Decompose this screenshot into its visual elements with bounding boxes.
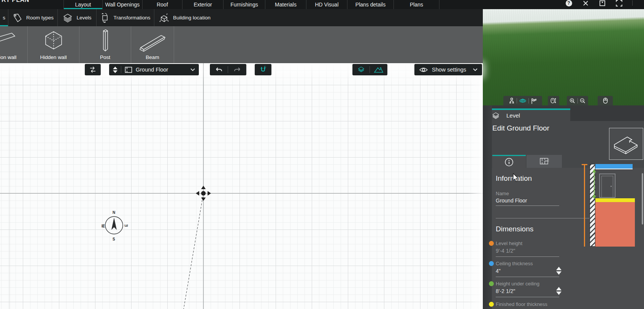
floor-structure-band: [595, 202, 635, 247]
tab-wall-openings[interactable]: Wall Openings: [103, 0, 143, 9]
name-input[interactable]: Ground Floor: [496, 198, 527, 204]
mouse-icon: [603, 97, 608, 104]
compass-s: S: [113, 237, 115, 241]
level-height-indicator-line: [584, 164, 585, 247]
floor-slab-icon: [612, 132, 640, 155]
magnet-snap-button[interactable]: [255, 64, 271, 75]
compass-n: N: [113, 210, 115, 215]
tool-partition-wall[interactable]: Partition wall: [0, 26, 28, 63]
canvas-overlay: N W E S: [0, 63, 483, 309]
height-under-ceiling-label: Height under ceiling: [496, 281, 539, 287]
tab-exterior[interactable]: Exterior: [182, 0, 224, 9]
panel-scrollbar[interactable]: [642, 173, 643, 225]
panel-title: Edit Ground Floor: [492, 124, 549, 132]
compass-w: W: [101, 224, 105, 228]
compass-e: E: [124, 224, 128, 227]
level-tab-icon: [491, 111, 500, 120]
roof-view-button[interactable]: [370, 66, 387, 73]
tab-materials[interactable]: Materials: [265, 0, 306, 9]
chevron-down-icon: [190, 68, 195, 71]
level-selector-value: Ground Floor: [136, 67, 168, 73]
levels-view-button[interactable]: [352, 66, 370, 73]
origin-marker[interactable]: [196, 186, 211, 201]
compass: N W E S: [101, 210, 128, 241]
tag-icon: [12, 13, 23, 23]
show-settings-button[interactable]: Show settings: [414, 64, 482, 75]
north-direction-dashed-line: [184, 193, 203, 309]
redo-button[interactable]: [228, 67, 246, 73]
level-thumbnail[interactable]: [609, 128, 643, 160]
tab-roof[interactable]: Roof: [143, 0, 182, 9]
tool-post[interactable]: Post: [79, 26, 131, 63]
level-properties-panel: Level Edit Ground Floor Information Name…: [483, 105, 644, 309]
floorplan-canvas[interactable]: N W E S: [0, 63, 483, 309]
level-height-bullet: [489, 241, 494, 246]
level-height-label: Level height: [496, 241, 522, 246]
zoom-out-icon[interactable]: [580, 98, 585, 104]
height-under-ceiling-arrow: [594, 170, 595, 198]
undo-button[interactable]: [210, 67, 228, 73]
layout-ribbon: s Room types Levels Transformations Buil…: [0, 9, 483, 26]
level-panel-tab[interactable]: Level: [487, 108, 570, 121]
level-selector[interactable]: Ground Floor: [109, 64, 199, 75]
transform-icon: [100, 13, 110, 23]
beam-icon: [138, 32, 167, 52]
ceiling-thickness-label: Ceiling thickness: [496, 261, 533, 266]
ceiling-band: [595, 164, 633, 169]
ceiling-thickness-bullet: [489, 261, 494, 266]
panel-tab-information[interactable]: [492, 155, 526, 168]
zoom-group: [567, 96, 588, 105]
tab-plans-details[interactable]: Plans details: [347, 0, 394, 9]
wall-panel-icon: [0, 31, 17, 52]
magnet-icon: [259, 66, 267, 73]
ceiling-thickness-input[interactable]: 4": [496, 268, 501, 274]
zoom-in-icon[interactable]: [569, 98, 575, 104]
compass-needle: [111, 218, 117, 230]
height-under-ceiling-bullet: [489, 281, 494, 286]
tab-furnishings[interactable]: Furnishings: [224, 0, 265, 9]
orbit-view-icon[interactable]: [519, 98, 526, 104]
level-tab-label: Level: [506, 112, 520, 119]
tab-layout[interactable]: Layout: [63, 0, 103, 9]
person-view-icon[interactable]: [509, 97, 514, 104]
level-section-diagram: [581, 164, 635, 247]
fullscreen-icon[interactable]: [615, 0, 622, 6]
main-tab-bar: Layout Wall Openings Roof Exterior Furni…: [63, 0, 439, 9]
mouse-scroll-icon: [550, 97, 557, 104]
tool-beam[interactable]: Beam: [131, 26, 174, 63]
name-input-underline: [496, 205, 559, 206]
swap-view-button[interactable]: [85, 64, 101, 75]
wall-tools-strip: Partition wall Hidden wall Post Beam: [0, 26, 483, 63]
ceiling-thickness-stepper[interactable]: [556, 267, 562, 275]
export-icon[interactable]: [599, 0, 606, 6]
ribbon-partial-label: s: [3, 15, 5, 21]
level-spinner[interactable]: [113, 67, 117, 73]
tool-hidden-wall[interactable]: Hidden wall: [28, 26, 79, 63]
close-icon[interactable]: [582, 0, 589, 6]
finished-floor-label: Finished floor thickness: [496, 301, 547, 307]
panel-tab-structure[interactable]: [527, 155, 562, 168]
finished-floor-band: [595, 198, 635, 202]
camera-mode-group: [503, 96, 542, 105]
building-location-icon: [158, 13, 170, 23]
ribbon-item-building-location[interactable]: Building location: [154, 9, 214, 26]
panel-left-shadow: [483, 105, 492, 309]
eye-icon: [419, 67, 428, 73]
tab-hd-visual[interactable]: HD Visual: [306, 0, 347, 9]
elevation-view-icon[interactable]: [531, 98, 537, 104]
levels-view-icon: [357, 66, 365, 73]
help-icon[interactable]: ?: [565, 0, 572, 6]
ribbon-item-transformations[interactable]: Transformations: [97, 9, 154, 26]
height-under-ceiling-input[interactable]: 8'-2 1/2": [496, 288, 515, 294]
tab-plans[interactable]: Plans: [394, 0, 439, 9]
mouse-scroll-hint: [548, 96, 559, 105]
ribbon-item-walls-partial[interactable]: s: [0, 9, 8, 26]
finished-floor-bullet: [489, 302, 494, 307]
levels-stack-icon: [62, 13, 73, 23]
undo-icon: [215, 67, 223, 73]
height-under-ceiling-stepper[interactable]: [556, 287, 562, 295]
ribbon-item-levels[interactable]: Levels: [58, 9, 97, 26]
name-label: Name: [496, 191, 509, 196]
ribbon-item-room-types[interactable]: Room types: [8, 9, 58, 26]
3d-preview-viewport[interactable]: [483, 9, 644, 105]
